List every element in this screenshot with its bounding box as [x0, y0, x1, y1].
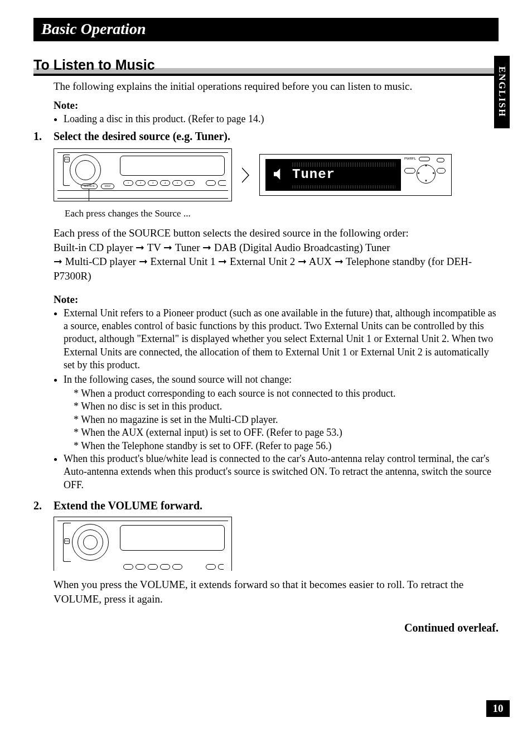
source-sequence: Each press of the SOURCE button selects …	[54, 226, 499, 283]
step-2-text: Extend the VOLUME forward.	[54, 499, 202, 512]
section-heading: To Listen to Music	[33, 57, 499, 76]
volume-paragraph: When you press the VOLUME, it extends fo…	[54, 577, 499, 606]
continued-overleaf: Continued overleaf.	[33, 622, 499, 634]
preset-6: 6	[189, 181, 191, 184]
speaker-icon	[271, 166, 288, 182]
figure-2-faceplate: EQ	[54, 517, 232, 571]
disp-button-label: DISP	[105, 185, 111, 187]
note1-item: Loading a disc in this product. (Refer t…	[64, 113, 499, 126]
chapter-heading: Basic Operation	[33, 18, 499, 41]
lcd-text: Tuner	[292, 167, 335, 182]
preset-1: 1	[128, 181, 129, 184]
note2-sub-3: When no magazine is set in the Multi-CD …	[74, 413, 499, 426]
note2-item-3: When this product's blue/white lead is c…	[64, 452, 499, 492]
note2-block: External Unit refers to a Pioneer produc…	[33, 307, 499, 492]
note2-item-1: External Unit refers to a Pioneer produc…	[64, 307, 499, 372]
step-2-number: 2.	[33, 499, 54, 512]
figure-1-caption: Each press changes the Source ...	[65, 208, 499, 219]
source-seq-intro: Each press of the SOURCE button selects …	[54, 227, 409, 239]
eq-label-2: EQ	[65, 540, 69, 542]
preset-4: 4	[165, 181, 166, 184]
note2-label: Note:	[54, 293, 499, 306]
lcd-panel: Tuner	[265, 159, 401, 191]
note2-sub-5: When the Telephone standby is set to OFF…	[74, 440, 499, 452]
intro-text: The following explains the initial opera…	[54, 79, 499, 94]
step-1: 1. Select the desired source (e.g. Tuner…	[33, 130, 499, 143]
preset-5: 5	[177, 181, 178, 184]
language-tab: ENGLISH	[494, 56, 510, 128]
page-number: 10	[486, 700, 510, 717]
figure-1-row: EQ 1 2 3 4 5 6 SOURCE DISP	[54, 148, 499, 201]
figure-1-faceplate: EQ 1 2 3 4 5 6 SOURCE DISP	[54, 148, 232, 201]
note2-sub-4: When the AUX (external input) is set to …	[74, 426, 499, 439]
step-1-number: 1.	[33, 130, 54, 143]
arrow-icon	[242, 167, 249, 183]
note2-sub-1: When a product corresponding to each sou…	[74, 387, 499, 400]
source-button-label: SOURCE	[84, 185, 95, 187]
step-1-text: Select the desired source (e.g. Tuner).	[54, 130, 230, 143]
preset-3: 3	[152, 181, 154, 184]
note2-item-2: In the following cases, the sound source…	[64, 373, 499, 386]
step-2: 2. Extend the VOLUME forward.	[33, 499, 499, 512]
note2-sub-2: When no disc is set in this product.	[74, 400, 499, 413]
preset-2: 2	[140, 181, 142, 184]
note2-sublist: When a product corresponding to each sou…	[74, 387, 499, 452]
note1-list: Loading a disc in this product. (Refer t…	[54, 113, 499, 126]
page-content: Basic Operation To Listen to Music The f…	[0, 0, 532, 634]
pwr-label: PWRFL	[404, 157, 416, 160]
note1-label: Note:	[54, 99, 499, 112]
figure-1-display: Tuner PWRFL ▲ ▼ ◄ ►	[259, 154, 452, 196]
